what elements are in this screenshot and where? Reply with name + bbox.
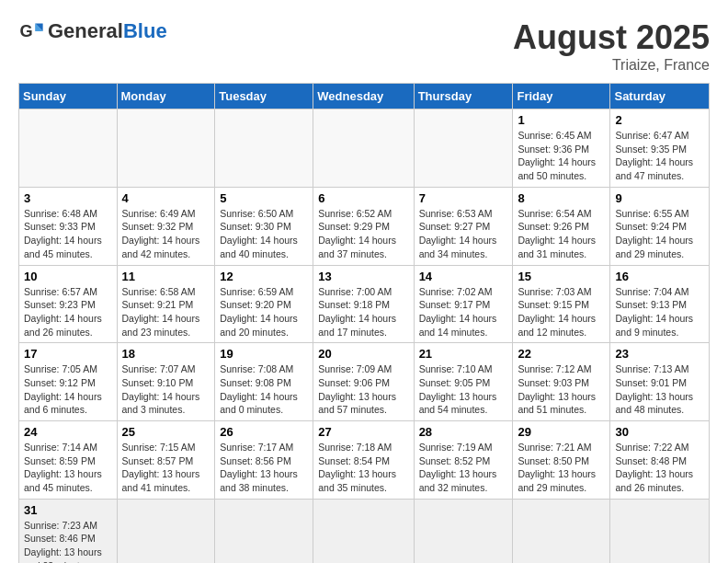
- logo-text: GeneralBlue: [48, 19, 167, 43]
- day-detail: Sunrise: 7:21 AM Sunset: 8:50 PM Dayligh…: [518, 441, 605, 495]
- calendar-cell: 29Sunrise: 7:21 AM Sunset: 8:50 PM Dayli…: [513, 421, 610, 500]
- day-detail: Sunrise: 7:00 AM Sunset: 9:18 PM Dayligh…: [318, 285, 408, 339]
- calendar-cell: [117, 109, 215, 188]
- day-detail: Sunrise: 6:49 AM Sunset: 9:32 PM Dayligh…: [122, 207, 210, 261]
- calendar-cell: [414, 499, 513, 563]
- logo-icon: G: [18, 18, 44, 44]
- day-detail: Sunrise: 7:14 AM Sunset: 8:59 PM Dayligh…: [24, 441, 112, 495]
- day-detail: Sunrise: 7:15 AM Sunset: 8:57 PM Dayligh…: [122, 441, 210, 495]
- calendar-cell: [19, 109, 118, 188]
- day-number: 11: [122, 270, 210, 283]
- calendar-cell: 12Sunrise: 6:59 AM Sunset: 9:20 PM Dayli…: [215, 265, 313, 343]
- day-detail: Sunrise: 7:05 AM Sunset: 9:12 PM Dayligh…: [24, 362, 112, 417]
- day-detail: Sunrise: 7:09 AM Sunset: 9:06 PM Dayligh…: [318, 362, 408, 417]
- day-number: 21: [419, 347, 508, 361]
- day-number: 31: [24, 503, 112, 517]
- day-number: 13: [318, 270, 408, 283]
- day-detail: Sunrise: 7:23 AM Sunset: 8:46 PM Dayligh…: [24, 519, 112, 563]
- day-detail: Sunrise: 7:04 AM Sunset: 9:13 PM Dayligh…: [615, 285, 704, 339]
- day-detail: Sunrise: 6:58 AM Sunset: 9:21 PM Dayligh…: [122, 285, 210, 339]
- calendar-cell: 14Sunrise: 7:02 AM Sunset: 9:17 PM Dayli…: [414, 265, 513, 343]
- day-number: 25: [122, 425, 210, 439]
- calendar-table: SundayMondayTuesdayWednesdayThursdayFrid…: [18, 83, 710, 563]
- day-detail: Sunrise: 7:07 AM Sunset: 9:10 PM Dayligh…: [122, 362, 210, 417]
- day-detail: Sunrise: 7:13 AM Sunset: 9:01 PM Dayligh…: [615, 362, 704, 417]
- day-number: 9: [615, 191, 704, 205]
- day-detail: Sunrise: 7:19 AM Sunset: 8:52 PM Dayligh…: [419, 441, 508, 495]
- day-detail: Sunrise: 6:47 AM Sunset: 9:35 PM Dayligh…: [615, 129, 704, 183]
- calendar-cell: 2Sunrise: 6:47 AM Sunset: 9:35 PM Daylig…: [610, 109, 710, 188]
- day-number: 15: [518, 270, 605, 283]
- calendar-cell: 28Sunrise: 7:19 AM Sunset: 8:52 PM Dayli…: [414, 421, 513, 500]
- day-number: 29: [518, 425, 605, 439]
- day-header-tuesday: Tuesday: [215, 84, 313, 109]
- calendar-cell: [610, 499, 710, 563]
- calendar-cell: 19Sunrise: 7:08 AM Sunset: 9:08 PM Dayli…: [215, 343, 313, 421]
- svg-text:G: G: [19, 22, 32, 40]
- day-number: 4: [122, 191, 210, 205]
- day-detail: Sunrise: 6:54 AM Sunset: 9:26 PM Dayligh…: [518, 207, 605, 261]
- day-header-thursday: Thursday: [414, 84, 513, 109]
- day-number: 18: [122, 347, 210, 361]
- logo: G GeneralBlue: [18, 18, 167, 44]
- day-number: 27: [318, 425, 408, 439]
- day-number: 26: [220, 425, 308, 439]
- day-number: 17: [24, 347, 112, 361]
- calendar-cell: [414, 109, 513, 188]
- calendar-cell: 30Sunrise: 7:22 AM Sunset: 8:48 PM Dayli…: [610, 421, 710, 500]
- calendar-cell: 7Sunrise: 6:53 AM Sunset: 9:27 PM Daylig…: [414, 187, 513, 265]
- day-number: 19: [220, 347, 308, 361]
- calendar-cell: 17Sunrise: 7:05 AM Sunset: 9:12 PM Dayli…: [19, 343, 118, 421]
- calendar-cell: [215, 109, 313, 188]
- week-row-2: 3Sunrise: 6:48 AM Sunset: 9:33 PM Daylig…: [19, 187, 710, 265]
- calendar-cell: 26Sunrise: 7:17 AM Sunset: 8:56 PM Dayli…: [215, 421, 313, 500]
- day-detail: Sunrise: 6:48 AM Sunset: 9:33 PM Dayligh…: [24, 207, 112, 261]
- day-number: 3: [24, 191, 112, 205]
- day-number: 1: [518, 113, 605, 127]
- day-detail: Sunrise: 7:02 AM Sunset: 9:17 PM Dayligh…: [419, 285, 508, 339]
- day-number: 22: [518, 347, 605, 361]
- calendar-cell: 11Sunrise: 6:58 AM Sunset: 9:21 PM Dayli…: [117, 265, 215, 343]
- calendar-cell: 6Sunrise: 6:52 AM Sunset: 9:29 PM Daylig…: [313, 187, 414, 265]
- day-number: 28: [419, 425, 508, 439]
- calendar-cell: [513, 499, 610, 563]
- day-number: 30: [615, 425, 704, 439]
- day-detail: Sunrise: 6:52 AM Sunset: 9:29 PM Dayligh…: [318, 207, 408, 261]
- day-header-friday: Friday: [513, 84, 610, 109]
- day-number: 2: [615, 113, 704, 127]
- calendar-cell: [117, 499, 215, 563]
- day-detail: Sunrise: 6:55 AM Sunset: 9:24 PM Dayligh…: [615, 207, 704, 261]
- calendar-cell: 10Sunrise: 6:57 AM Sunset: 9:23 PM Dayli…: [19, 265, 118, 343]
- day-detail: Sunrise: 7:22 AM Sunset: 8:48 PM Dayligh…: [615, 441, 704, 495]
- day-detail: Sunrise: 6:50 AM Sunset: 9:30 PM Dayligh…: [220, 207, 308, 261]
- calendar-cell: 13Sunrise: 7:00 AM Sunset: 9:18 PM Dayli…: [313, 265, 414, 343]
- calendar-cell: 16Sunrise: 7:04 AM Sunset: 9:13 PM Dayli…: [610, 265, 710, 343]
- week-row-5: 24Sunrise: 7:14 AM Sunset: 8:59 PM Dayli…: [19, 421, 710, 500]
- calendar-cell: 9Sunrise: 6:55 AM Sunset: 9:24 PM Daylig…: [610, 187, 710, 265]
- calendar-cell: 25Sunrise: 7:15 AM Sunset: 8:57 PM Dayli…: [117, 421, 215, 500]
- day-header-wednesday: Wednesday: [313, 84, 414, 109]
- day-number: 12: [220, 270, 308, 283]
- calendar-subtitle: Triaize, France: [513, 57, 710, 74]
- week-row-6: 31Sunrise: 7:23 AM Sunset: 8:46 PM Dayli…: [19, 499, 710, 563]
- calendar-title: August 2025: [513, 18, 710, 57]
- calendar-cell: 21Sunrise: 7:10 AM Sunset: 9:05 PM Dayli…: [414, 343, 513, 421]
- header-row: SundayMondayTuesdayWednesdayThursdayFrid…: [19, 84, 710, 109]
- logo-general: General: [48, 19, 123, 42]
- day-number: 23: [615, 347, 704, 361]
- day-detail: Sunrise: 6:45 AM Sunset: 9:36 PM Dayligh…: [518, 129, 605, 183]
- calendar-cell: 3Sunrise: 6:48 AM Sunset: 9:33 PM Daylig…: [19, 187, 118, 265]
- day-detail: Sunrise: 7:03 AM Sunset: 9:15 PM Dayligh…: [518, 285, 605, 339]
- logo-blue: Blue: [123, 19, 167, 42]
- day-detail: Sunrise: 7:18 AM Sunset: 8:54 PM Dayligh…: [318, 441, 408, 495]
- day-number: 5: [220, 191, 308, 205]
- week-row-3: 10Sunrise: 6:57 AM Sunset: 9:23 PM Dayli…: [19, 265, 710, 343]
- calendar-cell: 5Sunrise: 6:50 AM Sunset: 9:30 PM Daylig…: [215, 187, 313, 265]
- day-number: 6: [318, 191, 408, 205]
- calendar-cell: 8Sunrise: 6:54 AM Sunset: 9:26 PM Daylig…: [513, 187, 610, 265]
- calendar-cell: 27Sunrise: 7:18 AM Sunset: 8:54 PM Dayli…: [313, 421, 414, 500]
- calendar-cell: 24Sunrise: 7:14 AM Sunset: 8:59 PM Dayli…: [19, 421, 118, 500]
- day-number: 14: [419, 270, 508, 283]
- day-detail: Sunrise: 7:08 AM Sunset: 9:08 PM Dayligh…: [220, 362, 308, 417]
- day-number: 20: [318, 347, 408, 361]
